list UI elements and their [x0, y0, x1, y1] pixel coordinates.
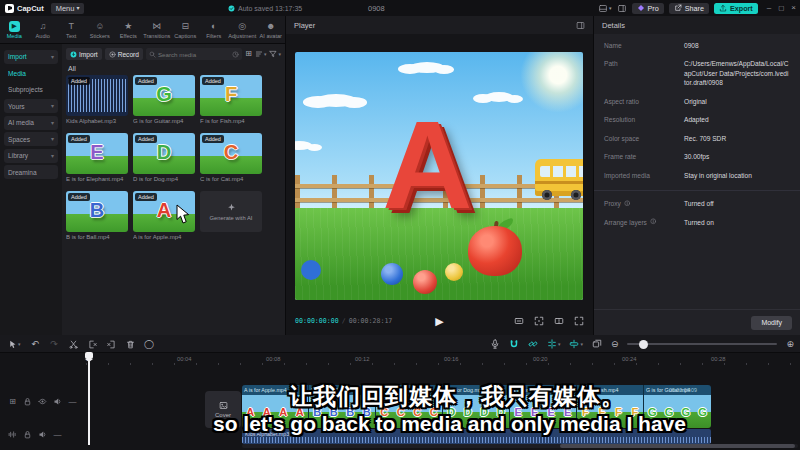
redo-button[interactable]: ↷	[50, 340, 59, 349]
media-item-name: C is for Cat.mp4	[200, 176, 262, 182]
ruler-tick-label: 00:12	[355, 356, 370, 362]
fullscreen-icon[interactable]	[574, 316, 584, 326]
play-button[interactable]: ▶	[435, 316, 443, 327]
snap-icon	[509, 339, 519, 349]
generate-with-ai-card[interactable]: Generate with AI	[200, 191, 262, 232]
zoom-in-icon[interactable]: ⊕	[786, 340, 794, 349]
import-button[interactable]: Import	[66, 48, 102, 60]
video-thumbnail: CAdded	[200, 133, 262, 174]
media-item[interactable]: GAddedG is for Guitar.mp4	[133, 75, 195, 124]
sidebar-item-ai-media[interactable]: AI media▾	[4, 116, 58, 130]
tab-ai-avatar[interactable]: ☻ AI avatar	[257, 16, 286, 43]
minimize-button[interactable]: –	[767, 4, 771, 12]
details-header: Details	[594, 16, 800, 34]
hide-icon[interactable]	[38, 397, 47, 406]
ratio-icon[interactable]	[554, 316, 564, 326]
tab-audio[interactable]: ♫ Audio	[29, 16, 58, 43]
export-button[interactable]: Export	[714, 3, 758, 14]
maximize-button[interactable]: ▢	[778, 5, 784, 12]
media-item[interactable]: EAddedE is for Elephant.mp4	[66, 133, 128, 182]
link-button[interactable]	[528, 339, 538, 349]
tab-effects[interactable]: ★ Effects	[114, 16, 143, 43]
search-history-icon[interactable]	[232, 51, 239, 58]
added-badge: Added	[68, 135, 90, 143]
scene-letter-a: A	[382, 101, 472, 226]
split-button[interactable]	[69, 340, 78, 349]
undo-button[interactable]: ↶	[31, 340, 40, 349]
voiceover-button[interactable]	[490, 339, 500, 349]
timeline-zoom-slider[interactable]	[627, 335, 777, 353]
media-item[interactable]: DAddedD is for Dog.mp4	[133, 133, 195, 182]
section-label[interactable]: All	[68, 65, 76, 72]
tab-adjustment[interactable]: ◎ Adjustment	[228, 16, 257, 43]
track-grid-icon[interactable]: ⊞	[8, 397, 17, 406]
sort-button[interactable]: ▾	[255, 50, 267, 58]
media-item[interactable]: BAddedB is for Ball.mp4	[66, 191, 128, 240]
tab-stickers[interactable]: ☺ Stickers	[86, 16, 115, 43]
collapse-icon[interactable]: —	[53, 430, 62, 439]
tab-captions[interactable]: ⊟ Captions	[171, 16, 200, 43]
sidebar-item-library[interactable]: Library▾	[4, 149, 58, 163]
record-button[interactable]: Record	[105, 48, 143, 60]
mask-button[interactable]: ◯	[145, 340, 154, 349]
sidebar-item-media[interactable]: Media	[4, 66, 58, 80]
delete-button[interactable]	[126, 340, 135, 349]
close-button[interactable]: ×	[791, 4, 796, 12]
share-button[interactable]: Share	[669, 3, 709, 14]
scrollbar-thumb[interactable]	[560, 444, 795, 448]
captions-icon: ⊟	[181, 21, 189, 32]
modify-button[interactable]: Modify	[751, 316, 792, 330]
media-item[interactable]: FAddedF is for Fish.mp4	[200, 75, 262, 124]
mute-icon[interactable]	[53, 397, 62, 406]
main-track-button[interactable]: ▾	[569, 339, 583, 349]
snap-button[interactable]	[509, 339, 519, 349]
sidebar-item-spaces[interactable]: Spaces▾	[4, 132, 58, 146]
sidebar-item-dreamina[interactable]: Dreamina	[4, 165, 58, 179]
menu-button[interactable]: Menu ▾	[51, 3, 85, 14]
layout-toggle-icon[interactable]: ▾	[598, 4, 612, 13]
tab-text[interactable]: T Text	[57, 16, 86, 43]
delete-left-button[interactable]	[88, 340, 97, 349]
playhead[interactable]	[88, 352, 90, 445]
tab-filters[interactable]: ◐ Filters	[200, 16, 229, 43]
sidebar-item-subprojects[interactable]: Subprojects	[4, 83, 58, 97]
tab-media[interactable]: ▶ Media	[0, 16, 29, 43]
audio-track-header: —	[8, 430, 62, 439]
search-input[interactable]	[158, 51, 230, 58]
pro-button[interactable]: Pro	[632, 3, 664, 14]
ruler-tick-label: 00:04	[177, 356, 192, 362]
lock-icon[interactable]	[23, 397, 32, 406]
lock-icon[interactable]	[23, 430, 32, 439]
timeline-scrollbar[interactable]	[242, 444, 798, 448]
delete-right-button[interactable]	[107, 340, 116, 349]
autosave-check-icon	[228, 5, 235, 12]
sidebar-item-yours[interactable]: Yours▾	[4, 99, 58, 113]
render-preview-button[interactable]	[592, 339, 602, 349]
player-options-icon[interactable]	[576, 21, 585, 30]
media-item[interactable]: CAddedC is for Cat.mp4	[200, 133, 262, 182]
preview-quality-icon[interactable]	[514, 316, 524, 326]
view-mode-button[interactable]: ⊞	[245, 50, 252, 58]
voiceover-icon	[490, 339, 500, 349]
panel-layout-icon[interactable]	[617, 4, 627, 13]
player-viewport[interactable]: A	[295, 52, 583, 300]
zoom-slider-handle[interactable]	[639, 340, 648, 349]
audio-icon: ♫	[39, 21, 46, 32]
chevron-down-icon: ▾	[558, 342, 561, 347]
tab-transitions[interactable]: ⋈ Transitions	[143, 16, 172, 43]
zoom-out-icon[interactable]: ⊖	[611, 340, 619, 349]
filter-button[interactable]: ▾	[269, 50, 281, 58]
sidebar-item-import[interactable]: Import▾	[4, 50, 58, 64]
fit-icon[interactable]	[534, 316, 544, 326]
select-button[interactable]: ▾	[8, 340, 21, 349]
collapse-icon[interactable]: —	[68, 397, 77, 406]
audio-wave-icon[interactable]	[8, 430, 17, 439]
time-ruler[interactable]: 000:0400:0800:1200:1600:2000:2400:28	[0, 353, 800, 366]
scene-school-bus	[535, 159, 583, 196]
media-item[interactable]: AddedKids Alphabet.mp3	[66, 75, 128, 124]
subtitle-english: so let's go back to media and only media…	[213, 412, 686, 436]
media-icon: ▶	[9, 21, 20, 32]
mute-icon[interactable]	[38, 430, 47, 439]
preview-axis-button[interactable]: ▾	[547, 339, 561, 349]
media-item-name: B is for Ball.mp4	[66, 234, 128, 240]
